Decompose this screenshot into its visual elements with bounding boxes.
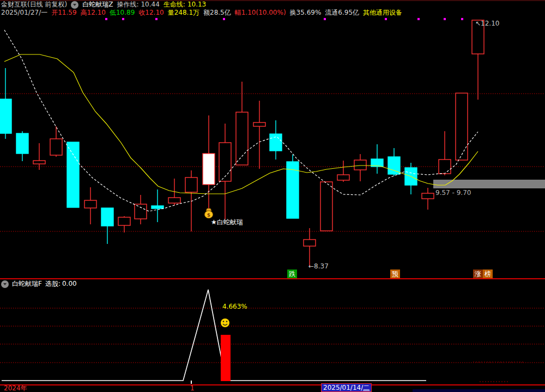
badge-forecast[interactable]: 预: [390, 270, 400, 279]
axis-date-text: 2025/01/14/: [323, 384, 363, 391]
candle-body: [101, 208, 113, 226]
smiley-icon: [226, 321, 228, 322]
smiley-icon: [223, 321, 225, 322]
watermark-strip: [413, 389, 545, 392]
axis-separator: [0, 384, 545, 385]
signal-marker-label: ★白蛇献瑞: [211, 218, 243, 226]
candle-body: [185, 177, 197, 192]
panel-separator: [0, 278, 545, 279]
signal-bar-value: 4.663%: [222, 303, 247, 311]
candle-body: [67, 142, 79, 207]
candle-body: [84, 200, 96, 208]
axis-current-date: 2025/01/14/二: [321, 383, 372, 392]
sub-chart-header: 白蛇献瑞F 选股: 0.00: [1, 280, 77, 288]
candle-body: [320, 182, 332, 231]
candle-body: [439, 160, 451, 174]
candle-body: [422, 193, 434, 199]
chevron-down-icon[interactable]: [1, 280, 9, 288]
candle-body: [456, 93, 468, 160]
price-label-high: ↖12.10: [475, 20, 499, 28]
candle-body: [50, 139, 62, 155]
candle-body: [270, 134, 282, 151]
candle-body: [304, 240, 316, 246]
candle-body: [168, 198, 180, 203]
signal-dot: [461, 18, 463, 20]
signal-dot: [155, 18, 158, 20]
candle-body: [236, 112, 248, 165]
candle-body: [253, 122, 265, 126]
selection-indicator-line: [2, 290, 426, 381]
price-range-band: [433, 180, 545, 188]
axis-label-month: 1: [190, 384, 195, 392]
signal-dot: [223, 18, 225, 20]
candle-body: [135, 204, 147, 219]
signal-bar: [221, 335, 231, 381]
candle-body: [0, 99, 11, 133]
signal-dot: [417, 18, 420, 20]
badge-rise-1[interactable]: 涨: [473, 270, 483, 279]
candle-body: [354, 160, 366, 170]
axis-date-weekday: 二: [363, 384, 370, 391]
signal-dot: [385, 18, 387, 20]
candle-body: [203, 154, 215, 185]
money-bag-dollar: $: [207, 212, 210, 218]
select-value: 0.00: [62, 280, 77, 288]
badge-rise-2[interactable]: 榜: [483, 270, 493, 279]
price-label-range: 9.57 - 9.70: [435, 189, 471, 197]
badge-fall[interactable]: 跌: [287, 270, 297, 279]
trading-app-window: 金财互联(日线 前复权) 白蛇献瑞Z 操作线: 10.44 生命线: 10.13…: [0, 0, 545, 392]
signal-dot: [324, 18, 326, 20]
select-label: 选股:: [45, 280, 60, 288]
signal-dot: [444, 18, 446, 20]
axis-label-year: 2024年: [4, 384, 27, 392]
candle-body: [16, 133, 28, 154]
sub-indicator-name[interactable]: 白蛇献瑞F: [12, 280, 42, 288]
candle-body: [118, 217, 130, 225]
candle-body: [337, 175, 349, 180]
money-bag-icon: [206, 209, 211, 211]
signal-dot: [122, 18, 124, 20]
candle-body: [152, 206, 164, 209]
candle-body: [219, 143, 231, 181]
smiley-icon: [221, 318, 229, 327]
candle-body: [33, 161, 45, 164]
signal-dot: [105, 18, 107, 20]
price-label-low: ←8.37: [308, 262, 329, 271]
